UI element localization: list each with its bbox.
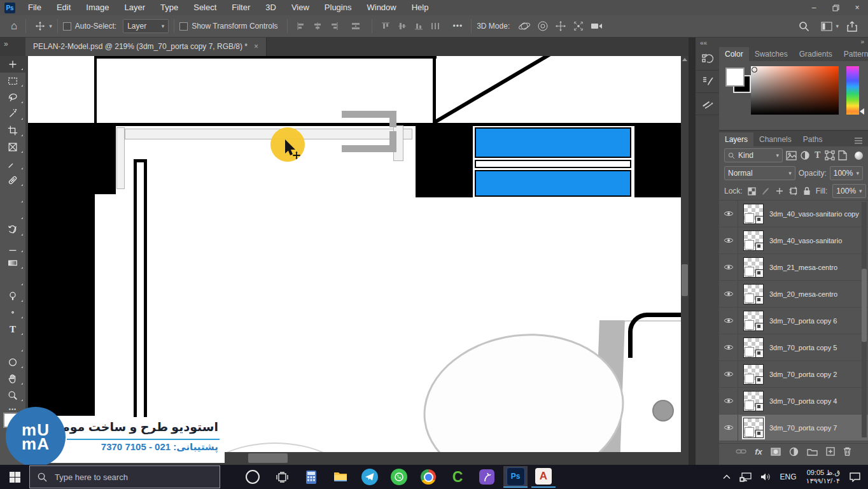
chrome-button[interactable] xyxy=(414,465,443,489)
3d-slide-icon[interactable] xyxy=(570,20,587,32)
3d-orbit-icon[interactable] xyxy=(515,20,534,32)
group-folder-icon[interactable] xyxy=(807,448,818,456)
layer-mask-icon[interactable] xyxy=(771,448,781,456)
menu-item[interactable]: Edit xyxy=(49,0,78,15)
more-options-icon[interactable]: ••• xyxy=(450,22,466,31)
start-button[interactable] xyxy=(0,465,29,489)
layer-thumbnail[interactable] xyxy=(743,391,764,411)
menu-item[interactable]: Select xyxy=(186,0,224,15)
brush-settings-icon[interactable] xyxy=(696,71,719,93)
layer-visibility-toggle[interactable] xyxy=(719,361,738,387)
layer-name[interactable]: 3dm_20_mesa-centro xyxy=(769,290,837,298)
layer-row[interactable]: 3dm_21_mesa-centro xyxy=(719,254,868,281)
blur-tool[interactable] xyxy=(0,271,25,288)
hand-tool[interactable] xyxy=(0,371,25,387)
menu-item[interactable]: Layer xyxy=(117,0,153,15)
layer-row[interactable]: 3dm_70_porta copy 7 xyxy=(719,415,868,441)
brushes-icon[interactable] xyxy=(696,93,719,115)
layer-name[interactable]: 3dm_70_porta copy 2 xyxy=(769,371,837,378)
language-indicator[interactable]: ENG xyxy=(776,465,801,489)
camtasia-button[interactable]: C xyxy=(443,465,472,489)
tray-clock[interactable]: 09:05 ق.ظ ۱۳۹۹/۱۲/۰۴ xyxy=(801,469,845,485)
workspace-icon[interactable] xyxy=(818,22,836,31)
pen-tool[interactable] xyxy=(0,304,25,321)
lock-all-icon[interactable] xyxy=(803,187,811,195)
tab-color[interactable]: Color xyxy=(719,47,749,61)
scroll-up-arrow-icon[interactable] xyxy=(682,58,687,61)
tab-close-icon[interactable]: × xyxy=(254,42,258,51)
lock-position-icon[interactable] xyxy=(775,187,784,195)
menu-item[interactable]: Plugins xyxy=(317,0,360,15)
adjustment-icon[interactable] xyxy=(789,447,799,457)
layer-thumbnail[interactable] xyxy=(743,257,764,278)
menu-item[interactable]: File xyxy=(20,0,49,15)
tool-preset-chevron-icon[interactable]: ▾ xyxy=(49,23,52,29)
lock-transparent-icon[interactable] xyxy=(748,187,756,195)
kind-filter-dropdown[interactable]: Kind ▾ xyxy=(724,148,783,162)
foreground-color-swatch[interactable] xyxy=(725,67,745,87)
menu-item[interactable]: Help xyxy=(404,0,437,15)
ellipse-tool[interactable] xyxy=(0,354,25,371)
layer-name[interactable]: 3dm_21_mesa-centro xyxy=(769,264,837,271)
restore-button[interactable] xyxy=(825,0,846,15)
layers-scrollbar-thumb[interactable] xyxy=(862,269,867,342)
layer-row[interactable]: 3dm_70_porta copy 6 xyxy=(719,308,868,334)
show-transform-checkbox[interactable] xyxy=(179,22,188,31)
align-left-icon[interactable] xyxy=(293,21,309,31)
vertical-scrollbar[interactable] xyxy=(681,56,689,465)
menu-item[interactable]: View xyxy=(284,0,317,15)
cortana-button[interactable] xyxy=(238,465,267,489)
layer-name[interactable]: 3dm_70_porta copy 4 xyxy=(769,397,837,405)
calculator-button[interactable] xyxy=(297,465,326,489)
workspace-chevron-icon[interactable]: ▾ xyxy=(836,23,839,29)
action-center-button[interactable] xyxy=(845,465,868,489)
spot-healing-tool[interactable] xyxy=(0,172,25,188)
document-canvas[interactable] xyxy=(25,56,689,465)
link-icon[interactable] xyxy=(736,448,746,455)
filter-toggle-icon[interactable] xyxy=(855,152,863,160)
3d-camera-icon[interactable] xyxy=(587,21,606,31)
task-view-button[interactable] xyxy=(267,465,297,489)
new-layer-icon[interactable] xyxy=(826,447,835,456)
photoshop-taskbar-button[interactable]: Ps xyxy=(501,465,529,489)
layer-thumbnail[interactable] xyxy=(743,418,764,438)
tab-paths[interactable]: Paths xyxy=(797,132,829,146)
layer-name[interactable]: 3dm_70_porta copy 5 xyxy=(769,344,837,351)
clone-stamp-tool[interactable] xyxy=(0,205,25,222)
layer-thumbnail[interactable] xyxy=(743,284,764,304)
layer-thumbnail[interactable] xyxy=(743,364,764,385)
panel-menu-icon[interactable] xyxy=(849,134,868,146)
fx-icon[interactable]: fx xyxy=(755,447,762,457)
file-explorer-button[interactable] xyxy=(326,465,355,489)
tab-gradients[interactable]: Gradients xyxy=(794,47,838,61)
dodge-tool[interactable] xyxy=(0,288,25,304)
layer-name[interactable]: 3dm_40_vaso-sanitario xyxy=(769,237,842,244)
layer-row[interactable]: 3dm_40_vaso-sanitario xyxy=(719,227,868,254)
layer-visibility-toggle[interactable] xyxy=(719,281,738,307)
layer-row[interactable]: 3dm_70_porta copy 5 xyxy=(719,334,868,361)
layer-row[interactable]: 3dm_70_porta copy 2 xyxy=(719,361,868,388)
lock-pixels-icon[interactable] xyxy=(761,187,770,195)
network-button[interactable] xyxy=(735,465,756,489)
filter-type-layers-icon[interactable]: T xyxy=(813,150,822,160)
horizontal-scrollbar-thumb[interactable] xyxy=(248,453,288,463)
layer-visibility-toggle[interactable] xyxy=(719,227,738,253)
layer-thumbnail[interactable] xyxy=(743,337,764,358)
layer-thumbnail[interactable] xyxy=(743,204,764,224)
purple-app-button[interactable] xyxy=(472,465,501,489)
layer-row[interactable]: 3dm_20_mesa-centro xyxy=(719,281,868,308)
tray-expand-button[interactable] xyxy=(718,465,735,489)
vertical-scrollbar-thumb[interactable] xyxy=(682,264,688,296)
rectangular-marquee-tool[interactable] xyxy=(0,73,25,89)
layer-thumbnail[interactable] xyxy=(743,230,764,251)
menu-item[interactable]: 3D xyxy=(258,0,284,15)
align-top-icon[interactable] xyxy=(377,21,394,31)
toolbar-expand-icon[interactable]: » xyxy=(4,39,8,48)
crop-tool[interactable] xyxy=(0,122,25,139)
filter-shape-layers-icon[interactable] xyxy=(825,150,835,160)
delete-layer-icon[interactable] xyxy=(843,447,851,456)
opacity-dropdown[interactable]: 100% ▾ xyxy=(830,166,863,180)
history-brush-tool[interactable] xyxy=(0,222,25,238)
align-bottom-icon[interactable] xyxy=(410,21,427,31)
collapse-panels-icon[interactable]: «« xyxy=(696,37,719,48)
